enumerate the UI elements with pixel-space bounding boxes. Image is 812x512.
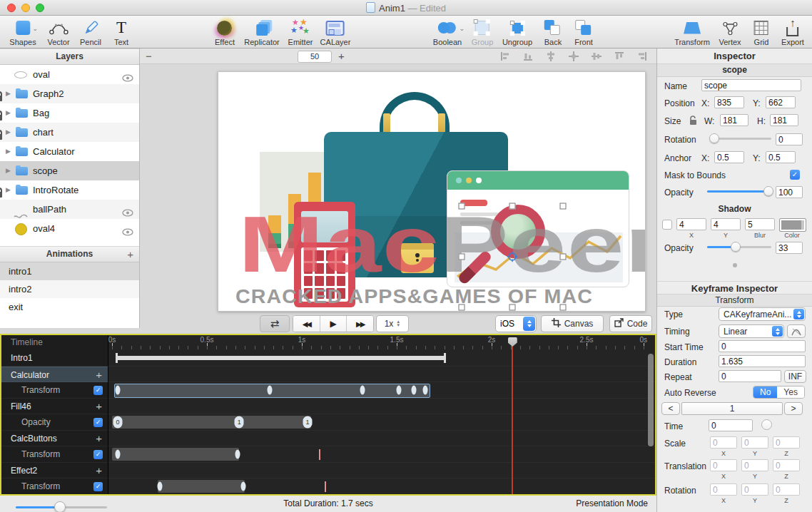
selection-handle[interactable] xyxy=(459,304,465,311)
keyframe-marker[interactable] xyxy=(422,385,427,394)
selection-handle[interactable] xyxy=(459,254,465,260)
align-right-icon[interactable] xyxy=(637,51,647,61)
timeline-row-transform[interactable]: Transform xyxy=(1,382,108,399)
keyframe-marker[interactable] xyxy=(115,449,120,459)
keyframe-bar[interactable] xyxy=(158,480,245,493)
layer-row-scope[interactable]: ▶ scope xyxy=(0,161,139,180)
timeline-row-calculator[interactable]: Calculator+ xyxy=(1,367,108,383)
toolbar-calayer[interactable]: CALayer xyxy=(320,18,351,46)
rotation-z-field[interactable] xyxy=(773,483,800,496)
repeat-field[interactable] xyxy=(719,370,781,382)
toolbar-emitter[interactable]: ★★★★★ Emitter xyxy=(288,18,313,46)
zoom-level-field[interactable]: 50 xyxy=(298,51,332,63)
track-row[interactable] xyxy=(108,463,655,479)
track-row[interactable] xyxy=(108,382,655,399)
toolbar-effect[interactable]: Effect xyxy=(215,18,235,46)
track-enabled-checkbox[interactable] xyxy=(93,482,103,491)
keyframe-marker[interactable]: 1 xyxy=(235,416,244,428)
toolbar-replicator[interactable]: Replicator xyxy=(244,18,280,46)
size-h-field[interactable] xyxy=(770,114,798,126)
translation-y-field[interactable] xyxy=(741,459,768,471)
timeline-vertical-scrollbar[interactable] xyxy=(648,354,654,446)
layer-row-bag[interactable]: ▶ Bag xyxy=(0,103,139,123)
align-center-horizontal-icon[interactable] xyxy=(546,51,556,61)
scale-x-field[interactable] xyxy=(710,436,737,449)
time-field[interactable] xyxy=(709,419,753,431)
toolbar-vertex[interactable]: Vertex xyxy=(719,18,741,46)
rotation-y-field[interactable] xyxy=(741,483,768,496)
toolbar-pencil[interactable]: Pencil xyxy=(80,18,101,46)
selection-handle[interactable] xyxy=(560,203,567,210)
name-field[interactable] xyxy=(701,79,801,91)
fast-forward-button[interactable]: ▶▶ xyxy=(347,316,373,332)
animation-row-intro1[interactable]: intro1 xyxy=(0,262,139,280)
toolbar-export[interactable]: ↑ Export xyxy=(781,18,804,46)
keyframe-bar[interactable] xyxy=(116,356,446,360)
anchor-crosshair-icon[interactable] xyxy=(507,252,518,262)
shadow-color-well[interactable] xyxy=(779,218,806,232)
shadow-y-field[interactable] xyxy=(711,218,741,230)
layer-row-oval4[interactable]: oval4 xyxy=(0,219,139,238)
translation-x-field[interactable] xyxy=(710,459,737,471)
layer-row-chart[interactable]: ▶ chart xyxy=(0,123,139,142)
align-center-vertical-icon[interactable] xyxy=(592,51,602,61)
shadow-opacity-slider[interactable] xyxy=(707,242,771,252)
keyframe-marker[interactable] xyxy=(240,481,245,491)
shadow-checkbox[interactable] xyxy=(662,220,672,230)
rotation-slider[interactable] xyxy=(710,133,771,143)
track-row[interactable]: 011 xyxy=(108,414,655,431)
disclosure-triangle-icon[interactable]: ▶ xyxy=(6,161,11,180)
auto-reverse-yes[interactable]: Yes xyxy=(777,386,804,398)
auto-reverse-no[interactable]: No xyxy=(753,386,777,398)
keyframe-bar[interactable] xyxy=(112,416,311,429)
position-y-field[interactable] xyxy=(766,96,796,108)
track-row[interactable] xyxy=(108,367,655,383)
timeline-tracks[interactable]: 0s0.5s1s1.5s2s2.5s0s 011 xyxy=(108,335,655,494)
toolbar-vector[interactable]: Vector xyxy=(47,18,69,46)
opacity-slider[interactable] xyxy=(707,186,771,196)
add-animation-button[interactable]: + xyxy=(127,247,133,262)
toolbar-transform[interactable]: Transform xyxy=(674,18,710,46)
anchor-x-field[interactable] xyxy=(714,151,744,163)
panel-splitter[interactable] xyxy=(733,263,737,267)
timing-select[interactable]: Linear xyxy=(719,324,784,338)
add-track-button[interactable]: + xyxy=(96,463,102,479)
toolbar-front[interactable]: Front xyxy=(574,18,593,46)
keyframe-marker[interactable]: 0 xyxy=(113,416,122,428)
position-x-field[interactable] xyxy=(714,96,744,108)
layer-row-calculator[interactable]: ▶ Calculator xyxy=(0,142,139,161)
play-button[interactable]: ▶ xyxy=(320,316,347,332)
keyframe-marker[interactable] xyxy=(267,385,272,394)
disclosure-triangle-icon[interactable]: ▶ xyxy=(6,123,11,142)
loop-button[interactable]: ⇄ xyxy=(260,315,290,332)
keyframe-index-field[interactable]: 1 xyxy=(681,402,783,415)
disclosure-triangle-icon[interactable]: ▶ xyxy=(6,142,11,161)
disclosure-triangle-icon[interactable]: ▶ xyxy=(6,180,11,200)
disclosure-triangle-icon[interactable]: ▶ xyxy=(6,84,11,103)
timeline-row-effect2[interactable]: Effect2+ xyxy=(1,463,108,479)
infinite-repeat-button[interactable]: INF xyxy=(784,370,806,383)
selection-handle[interactable] xyxy=(459,203,465,210)
keyframe-marker[interactable] xyxy=(396,385,401,394)
keyframe-bar[interactable] xyxy=(112,448,239,461)
align-bottom-icon[interactable] xyxy=(523,51,533,61)
track-row[interactable] xyxy=(108,350,655,367)
track-row[interactable] xyxy=(108,478,655,494)
timeline-ruler[interactable]: 0s0.5s1s1.5s2s2.5s0s xyxy=(108,335,655,350)
selection-handle[interactable] xyxy=(560,304,567,311)
timeline-zoom-slider[interactable] xyxy=(16,502,107,512)
layer-row-introrotate[interactable]: ▶ IntroRotate xyxy=(0,180,139,200)
toolbar-back[interactable]: Back xyxy=(544,18,562,46)
type-select[interactable]: CAKeyframeAni... xyxy=(719,307,806,321)
layer-row-ballpath[interactable]: ballPath xyxy=(0,200,139,219)
scale-z-field[interactable] xyxy=(773,436,800,449)
keyframe-tick[interactable] xyxy=(319,449,320,460)
animation-row-exit[interactable]: exit xyxy=(0,298,139,316)
add-track-button[interactable]: + xyxy=(96,399,102,415)
lock-icon[interactable] xyxy=(0,130,2,140)
toolbar-grid[interactable]: Grid xyxy=(754,18,769,46)
keyframe-marker[interactable] xyxy=(115,385,120,394)
selection-handle[interactable] xyxy=(509,304,516,311)
anchor-y-field[interactable] xyxy=(766,151,796,163)
scale-y-field[interactable] xyxy=(741,436,768,449)
